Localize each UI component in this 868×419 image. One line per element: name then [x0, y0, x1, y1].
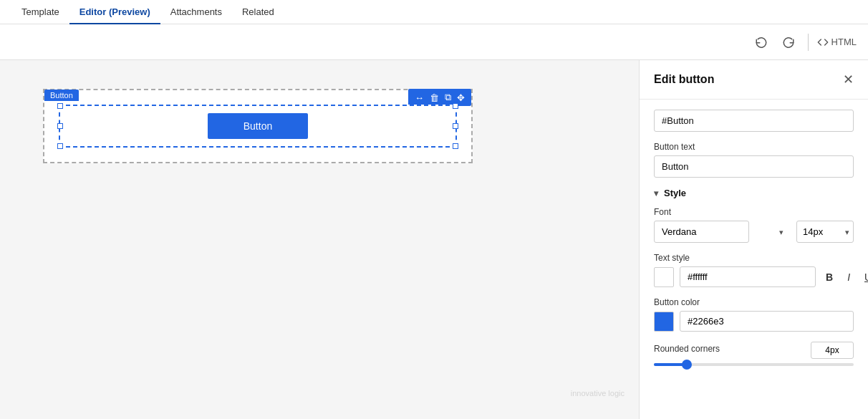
button-color-label: Button color — [654, 297, 854, 307]
outer-container: Button ↔ 🗑 ⧉ ✥ Button — [43, 89, 473, 163]
move-icon[interactable]: ✥ — [455, 91, 467, 105]
panel-close-button[interactable]: ✕ — [843, 72, 854, 87]
html-toggle[interactable]: HTML — [817, 37, 857, 48]
chevron-down-icon: ▾ — [654, 188, 658, 198]
slider-fill — [654, 363, 684, 366]
panel-header: Edit button ✕ — [640, 60, 868, 100]
resize-handle-bl[interactable] — [57, 143, 63, 149]
font-select-wrapper: Arial Georgia Helvetica Tahoma Times New… — [654, 221, 789, 243]
undo-button[interactable] — [751, 33, 772, 52]
resize-handle-tl[interactable] — [57, 103, 63, 109]
tab-related[interactable]: Related — [232, 1, 284, 24]
font-size-select[interactable]: 10px 11px 12px 13px 14px 16px 18px 20px … — [796, 221, 854, 243]
font-row: Arial Georgia Helvetica Tahoma Times New… — [654, 221, 854, 243]
top-navigation: Template Editor (Preview) Attachments Re… — [0, 0, 868, 24]
button-text-label: Button text — [654, 142, 854, 152]
right-panel: Edit button ✕ Button text ▾ Style Font — [639, 60, 868, 419]
button-text-input[interactable] — [654, 155, 854, 178]
button-color-row — [654, 311, 854, 332]
tab-template[interactable]: Template — [11, 1, 69, 24]
text-style-row: B I U — [654, 266, 854, 287]
id-field-group — [654, 110, 854, 132]
preview-button[interactable]: Button — [208, 113, 308, 139]
main-layout: Button ↔ 🗑 ⧉ ✥ Button innovative logic — [0, 60, 868, 419]
rounded-corners-label-row: Rounded corners — [654, 342, 854, 359]
panel-body: Button text ▾ Style Font Arial Georgia H… — [640, 100, 868, 376]
toolbar-divider — [808, 34, 809, 51]
canvas-area: Button ↔ 🗑 ⧉ ✥ Button innovative logic — [0, 60, 639, 419]
size-select-wrapper: 10px 11px 12px 13px 14px 16px 18px 20px … — [796, 221, 854, 243]
id-input[interactable] — [654, 110, 854, 132]
rounded-corners-input[interactable] — [811, 342, 854, 359]
underline-button[interactable]: U — [860, 269, 868, 286]
button-color-swatch[interactable] — [654, 312, 674, 332]
tab-editor[interactable]: Editor (Preview) — [69, 1, 160, 24]
editor-toolbar: HTML — [0, 24, 868, 60]
slider-track[interactable] — [654, 363, 854, 366]
text-style-field-group: Text style B I U — [654, 253, 854, 287]
resize-icon[interactable]: ↔ — [413, 91, 426, 105]
font-label: Font — [654, 207, 854, 217]
font-field-group: Font Arial Georgia Helvetica Tahoma Time… — [654, 207, 854, 243]
button-color-field-group: Button color — [654, 297, 854, 332]
slider-thumb[interactable] — [682, 360, 692, 370]
button-text-field-group: Button text — [654, 142, 854, 178]
bold-button[interactable]: B — [821, 269, 837, 286]
resize-handle-br[interactable] — [453, 143, 458, 149]
text-style-label: Text style — [654, 253, 854, 263]
inner-container: Button — [59, 105, 457, 148]
style-section-label: Style — [664, 188, 686, 198]
text-color-swatch[interactable] — [654, 267, 674, 287]
selection-toolbar: ↔ 🗑 ⧉ ✥ — [408, 89, 471, 106]
rounded-corners-label: Rounded corners — [654, 344, 720, 354]
font-select[interactable]: Arial Georgia Helvetica Tahoma Times New… — [654, 221, 749, 243]
style-section-toggle[interactable]: ▾ Style — [654, 188, 854, 198]
italic-button[interactable]: I — [843, 269, 854, 286]
duplicate-icon[interactable]: ⧉ — [443, 90, 453, 105]
text-color-input[interactable] — [680, 266, 816, 287]
resize-handle-mr[interactable] — [453, 123, 458, 129]
resize-handle-tr[interactable] — [453, 103, 458, 109]
redo-button[interactable] — [778, 33, 799, 52]
button-color-input[interactable] — [680, 311, 854, 332]
html-label: HTML — [831, 37, 857, 47]
button-label-tag: Button — [44, 90, 79, 101]
tab-attachments[interactable]: Attachments — [160, 1, 232, 24]
rounded-corners-section: Rounded corners — [654, 342, 854, 366]
watermark: innovative logic — [571, 389, 625, 398]
delete-icon[interactable]: 🗑 — [428, 91, 441, 105]
panel-title: Edit button — [654, 73, 714, 86]
resize-handle-ml[interactable] — [57, 123, 63, 129]
